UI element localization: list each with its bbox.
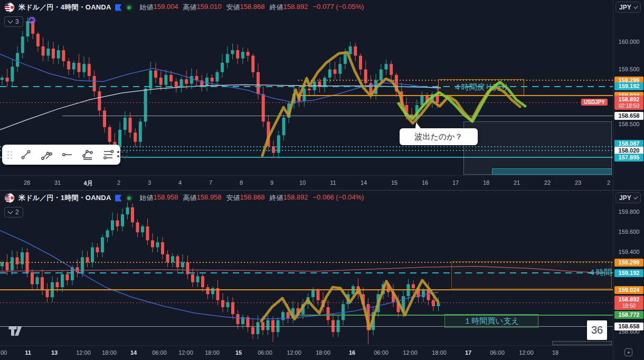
time-tick-label: 15 bbox=[224, 349, 253, 356]
panel-drag-dots[interactable] bbox=[117, 151, 128, 157]
time-tick-label: 22 bbox=[533, 179, 562, 186]
toolbar-drag-handle[interactable] bbox=[7, 151, 12, 159]
time-tick-label: 8 bbox=[226, 179, 256, 186]
time-tick-label: 21 bbox=[502, 179, 532, 186]
symbol-title[interactable]: 米ドル／円・1時間・OANDA bbox=[18, 193, 111, 203]
price-tick-label: 159.400 bbox=[613, 249, 644, 255]
currency-select-4h[interactable]: JPY bbox=[615, 2, 641, 13]
chart-legend-4h[interactable]: 米ドル／円・4時間・OANDA 始値159.004 高値159.010 安値15… bbox=[4, 2, 364, 13]
symbol-title[interactable]: 米ドル／円・4時間・OANDA bbox=[18, 3, 111, 12]
parallel-trend-tool-button[interactable] bbox=[37, 147, 55, 163]
usdjpy-flag-icon bbox=[4, 2, 15, 13]
price-tick-label: 159.600 bbox=[613, 229, 644, 235]
time-tick-label: 13 bbox=[40, 349, 69, 356]
time-tick-label: 12:00 bbox=[512, 349, 541, 356]
time-tick-label: 2 bbox=[104, 179, 134, 186]
time-tick-label: 2 bbox=[594, 179, 623, 186]
price-tick-label: 159.500 bbox=[613, 66, 644, 72]
time-tick-label: 11 bbox=[13, 349, 43, 356]
time-tick-label: 23 bbox=[563, 179, 593, 186]
chart-legend-1h[interactable]: 米ドル／円・1時間・OANDA 始値158.958 高値158.958 安値15… bbox=[4, 193, 364, 203]
time-tick-label: 10 bbox=[288, 179, 317, 186]
time-tick-label: 18 bbox=[471, 179, 501, 186]
chart-panel-1h: １時間買い支え４時間 159.800159.600159.400158.6001… bbox=[0, 191, 644, 360]
callout-annotation[interactable]: 波出たのか？ bbox=[400, 128, 478, 145]
time-tick-label: 12:00 bbox=[395, 349, 425, 356]
parallel-channel-tool-button[interactable] bbox=[99, 147, 117, 163]
time-tick-label: 12:00 bbox=[279, 349, 309, 356]
source-flag-icon[interactable] bbox=[115, 195, 122, 202]
time-tick-label: 14 bbox=[119, 349, 148, 356]
price-badge: 159.299 bbox=[614, 259, 643, 267]
chevron-down-icon bbox=[8, 209, 13, 214]
time-tick-label: 06:00 bbox=[145, 349, 174, 356]
time-axis-4h[interactable]: 28314月234789101114151617182122232 bbox=[0, 175, 613, 190]
chevron-down-icon bbox=[8, 18, 13, 24]
usdjpy-flag-icon bbox=[4, 193, 15, 203]
currency-select-1h[interactable]: JPY bbox=[615, 192, 641, 203]
time-tick-label: 9 bbox=[257, 179, 287, 186]
market-open-icon[interactable] bbox=[126, 4, 133, 11]
tradingview-logo[interactable] bbox=[8, 326, 23, 338]
pitchfork-tool-button[interactable] bbox=[78, 147, 97, 163]
line-label: ４時間 bbox=[588, 268, 612, 278]
price-badge: 158.772 bbox=[614, 311, 643, 319]
change-readout: −0.066 (−0.04%) bbox=[313, 193, 364, 203]
symbol-price-tag: USDJPY bbox=[581, 99, 608, 106]
time-tick-label: 4 bbox=[165, 179, 195, 186]
brush-zigzag-drawing[interactable] bbox=[261, 280, 438, 329]
price-badge: 159.192 bbox=[614, 82, 643, 90]
time-tick-label: 14 bbox=[349, 179, 378, 186]
time-tick-label: 18:00 bbox=[424, 349, 454, 356]
time-tick-label: 06:00 bbox=[366, 349, 396, 356]
price-badge: 159.192 bbox=[614, 269, 643, 277]
brush-zigzag-drawing[interactable] bbox=[399, 82, 525, 121]
chart-panel-4h: ４時間戻り売りUSDJPY 160.000159.500158.500159.2… bbox=[0, 0, 644, 191]
time-tick-label: 17 bbox=[441, 179, 470, 186]
time-tick-label: 17 bbox=[453, 349, 483, 356]
countdown-timer: 02:18:50 bbox=[614, 103, 643, 109]
source-flag-icon[interactable] bbox=[115, 4, 122, 11]
drawing-toolbar bbox=[2, 145, 120, 165]
indicators-collapse-button[interactable]: 2 bbox=[4, 207, 23, 217]
trading-platform: ４時間戻り売りUSDJPY 160.000159.500158.500159.2… bbox=[0, 0, 644, 360]
ohlc-readout: 始値158.958 高値158.958 安値158.868 終値158.892 … bbox=[140, 193, 364, 203]
replay-marker-icon[interactable] bbox=[27, 15, 37, 25]
chevron-down-icon bbox=[633, 4, 638, 9]
indicators-collapse-button[interactable]: 3 bbox=[4, 16, 23, 27]
price-scale-4h[interactable]: 160.000159.500158.500159.299159.192159.0… bbox=[613, 0, 644, 190]
chart-canvas-1h[interactable]: １時間買い支え４時間 bbox=[0, 191, 613, 345]
time-tick-label: 11 bbox=[318, 179, 348, 186]
market-open-icon[interactable] bbox=[126, 194, 133, 202]
price-tick-label: 160.000 bbox=[613, 39, 644, 45]
time-tick-label: 16 bbox=[337, 349, 367, 356]
horizontal-ray-tool-button[interactable] bbox=[58, 147, 76, 163]
brush-drawing-layer bbox=[0, 191, 613, 345]
countdown-timer: 18:50 bbox=[614, 303, 643, 309]
time-tick-label: 7 bbox=[196, 179, 225, 186]
time-tick-label: 18 bbox=[541, 349, 570, 356]
page-number-badge: 36 bbox=[587, 320, 607, 340]
price-badge: 159.024 bbox=[614, 286, 643, 294]
time-tick-label: 4月 bbox=[73, 179, 103, 187]
price-badge: 158.658 bbox=[614, 323, 643, 330]
time-tick-label: 12:00 bbox=[69, 349, 98, 356]
timezone-settings-icon[interactable] bbox=[624, 348, 632, 356]
price-tick-label: 158.500 bbox=[613, 121, 644, 127]
price-scale-1h[interactable]: 159.800159.600159.400158.600159.299159.1… bbox=[613, 191, 644, 360]
price-badge: 158.89202:18:50 bbox=[614, 96, 643, 110]
time-tick-label: 06:00 bbox=[250, 349, 280, 356]
time-tick-label: 28 bbox=[12, 179, 42, 186]
change-readout: −0.077 (−0.05%) bbox=[313, 3, 364, 12]
price-badge: 157.895 bbox=[614, 154, 643, 162]
time-tick-label: 31 bbox=[43, 179, 72, 186]
price-tick-label: 159.800 bbox=[613, 209, 644, 215]
price-badge: 158.89218:50 bbox=[614, 296, 643, 310]
time-tick-label: 12:00 bbox=[171, 349, 201, 356]
time-tick-label: 3 bbox=[135, 179, 164, 186]
time-tick-label: 06:00 bbox=[482, 349, 512, 356]
trend-line-tool-button[interactable] bbox=[16, 147, 35, 163]
time-tick-label: 15 bbox=[380, 179, 409, 186]
time-tick-label: 18:00 bbox=[197, 349, 227, 356]
time-axis-1h[interactable]: 00111312:0018:001406:0012:0018:001506:00… bbox=[0, 345, 613, 360]
